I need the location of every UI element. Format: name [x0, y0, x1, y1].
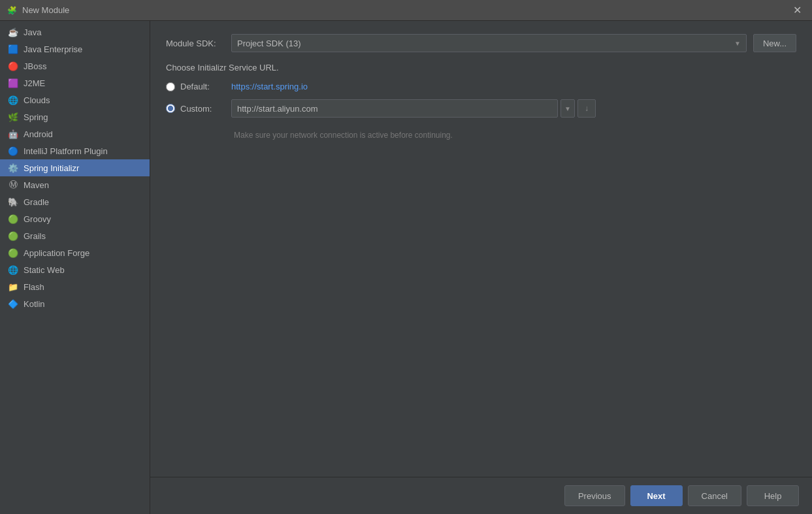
sidebar-item-application-forge[interactable]: 🟢Application Forge	[0, 244, 150, 261]
maven-icon: Ⓜ	[8, 180, 18, 190]
dialog-body: ☕Java🟦Java Enterprise🔴JBoss🟪J2ME🌐Clouds🌿…	[0, 21, 812, 514]
next-button[interactable]: Next	[630, 485, 683, 506]
sidebar-item-label-flash: Flash	[24, 282, 44, 292]
sidebar-item-label-java: Java	[24, 27, 41, 37]
sidebar-item-label-android: Android	[24, 129, 53, 139]
sidebar-item-label-maven: Maven	[24, 180, 49, 190]
close-button[interactable]: ✕	[789, 3, 805, 18]
sidebar-item-jboss[interactable]: 🔴JBoss	[0, 57, 150, 74]
dialog-footer: Previous Next Cancel Help	[150, 477, 812, 514]
module-sdk-label: Module SDK:	[166, 39, 225, 48]
sidebar-item-label-spring: Spring	[24, 112, 48, 122]
gradle-icon: 🐘	[8, 197, 18, 207]
intellij-platform-plugin-icon: 🔵	[8, 146, 18, 156]
sidebar-item-label-jboss: JBoss	[24, 61, 46, 71]
dialog-title: New Module	[22, 5, 69, 15]
static-web-icon: 🌐	[8, 265, 18, 275]
default-radio[interactable]	[166, 82, 175, 91]
content-area: Module SDK: Project SDK (13) ▼ New... Ch…	[150, 21, 812, 514]
default-radio-label: Default:	[180, 82, 226, 91]
sidebar-item-label-groovy: Groovy	[24, 214, 51, 224]
sidebar-item-grails[interactable]: 🟢Grails	[0, 227, 150, 244]
dropdown-arrow-icon: ▼	[734, 40, 741, 47]
application-forge-icon: 🟢	[8, 248, 18, 258]
sidebar-item-gradle[interactable]: 🐘Gradle	[0, 193, 150, 210]
sidebar-item-flash[interactable]: 📁Flash	[0, 278, 150, 295]
network-warning: Make sure your network connection is act…	[234, 131, 796, 140]
grails-icon: 🟢	[8, 231, 18, 241]
sidebar-item-label-application-forge: Application Forge	[24, 248, 89, 258]
custom-radio-row: Custom: ▼ ↓	[166, 99, 796, 118]
choose-service-label: Choose Initializr Service URL.	[166, 63, 796, 72]
sidebar-item-label-j2me: J2ME	[24, 78, 45, 88]
sidebar-item-label-java-enterprise: Java Enterprise	[24, 44, 82, 54]
sidebar-item-static-web[interactable]: 🌐Static Web	[0, 261, 150, 278]
cancel-button[interactable]: Cancel	[688, 485, 741, 506]
custom-radio-label: Custom:	[180, 104, 226, 114]
sidebar-item-label-gradle: Gradle	[24, 197, 49, 207]
j2me-icon: 🟪	[8, 78, 18, 88]
java-enterprise-icon: 🟦	[8, 44, 18, 54]
service-url-radio-group: Default: https://start.spring.io Custom:…	[166, 82, 796, 118]
title-bar-left: 🧩 New Module	[7, 5, 69, 16]
sidebar: ☕Java🟦Java Enterprise🔴JBoss🟪J2ME🌐Clouds🌿…	[0, 21, 150, 514]
jboss-icon: 🔴	[8, 61, 18, 71]
sidebar-item-label-intellij-platform-plugin: IntelliJ Platform Plugin	[24, 146, 108, 156]
sidebar-item-j2me[interactable]: 🟪J2ME	[0, 74, 150, 91]
module-sdk-row: Module SDK: Project SDK (13) ▼ New...	[166, 34, 796, 52]
groovy-icon: 🟢	[8, 214, 18, 224]
java-icon: ☕	[8, 27, 18, 37]
spring-icon: 🌿	[8, 112, 18, 122]
custom-url-input[interactable]	[231, 99, 558, 118]
sidebar-item-java[interactable]: ☕Java	[0, 24, 150, 40]
sidebar-item-label-kotlin: Kotlin	[24, 299, 45, 309]
sdk-value: Project SDK (13)	[237, 39, 301, 48]
default-radio-row: Default: https://start.spring.io	[166, 82, 796, 91]
custom-radio[interactable]	[166, 104, 175, 113]
sidebar-item-android[interactable]: 🤖Android	[0, 125, 150, 142]
spring-initializr-icon: ⚙️	[8, 163, 18, 173]
sidebar-item-java-enterprise[interactable]: 🟦Java Enterprise	[0, 40, 150, 57]
kotlin-icon: 🔷	[8, 298, 18, 309]
url-dropdown-button[interactable]: ▼	[560, 99, 575, 118]
sidebar-item-maven[interactable]: ⓂMaven	[0, 176, 150, 193]
android-icon: 🤖	[8, 129, 18, 139]
module-icon: 🧩	[7, 5, 17, 16]
sidebar-item-spring-initializr[interactable]: ⚙️Spring Initializr	[0, 159, 150, 176]
sidebar-item-label-clouds: Clouds	[24, 95, 50, 105]
sidebar-item-label-static-web: Static Web	[24, 265, 65, 275]
sidebar-item-label-grails: Grails	[24, 231, 46, 241]
title-bar: 🧩 New Module ✕	[0, 0, 812, 21]
url-extra-button[interactable]: ↓	[577, 99, 596, 118]
sidebar-item-groovy[interactable]: 🟢Groovy	[0, 210, 150, 227]
sidebar-item-intellij-platform-plugin[interactable]: 🔵IntelliJ Platform Plugin	[0, 142, 150, 159]
sidebar-item-label-spring-initializr: Spring Initializr	[24, 163, 79, 173]
previous-button[interactable]: Previous	[564, 485, 625, 506]
sidebar-item-kotlin[interactable]: 🔷Kotlin	[0, 295, 150, 312]
default-url-link[interactable]: https://start.spring.io	[231, 82, 308, 91]
sdk-dropdown[interactable]: Project SDK (13) ▼	[231, 34, 747, 52]
sidebar-item-clouds[interactable]: 🌐Clouds	[0, 91, 150, 108]
help-button[interactable]: Help	[747, 485, 799, 506]
flash-icon: 📁	[8, 281, 18, 292]
custom-url-container: ▼ ↓	[231, 99, 596, 118]
new-sdk-button[interactable]: New...	[753, 34, 796, 52]
sidebar-item-spring[interactable]: 🌿Spring	[0, 108, 150, 125]
clouds-icon: 🌐	[8, 95, 18, 105]
